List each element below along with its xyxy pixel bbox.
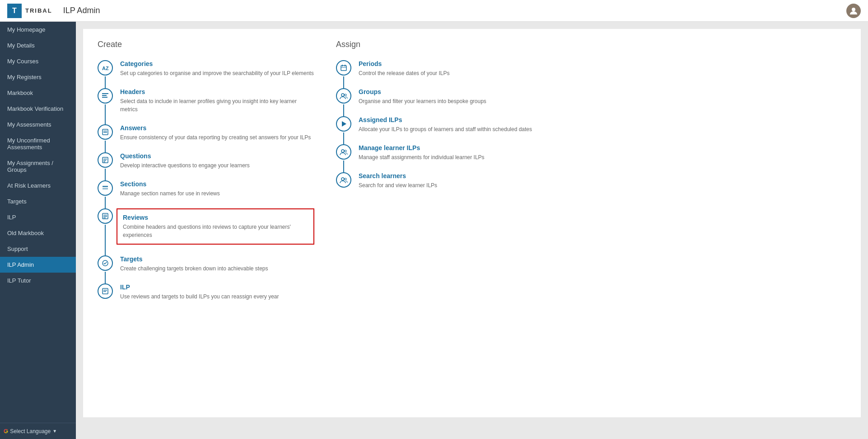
svg-point-25: [345, 94, 346, 96]
manage-learner-ilps-link[interactable]: Manage learner ILPs: [359, 144, 553, 151]
select-language-label: Select Language: [10, 428, 51, 434]
sidebar-item-at-risk-learners[interactable]: At Risk Learners: [0, 178, 76, 194]
groups-desc: Organise and filter your learners into b…: [359, 97, 553, 105]
list-item: Answers Ensure consistency of your data …: [98, 124, 314, 142]
manage-learner-ilps-desc: Manage staff assignments for individual …: [359, 153, 553, 161]
svg-rect-2: [102, 93, 108, 94]
list-item: Manage learner ILPs Manage staff assignm…: [336, 144, 553, 161]
ilp-link[interactable]: ILP: [120, 283, 314, 291]
periods-content: Periods Control the release dates of you…: [359, 60, 553, 77]
search-learners-desc: Search for and view learner ILPs: [359, 181, 553, 189]
headers-desc: Select data to include in learner profil…: [120, 97, 314, 113]
sidebar-item-support[interactable]: Support: [0, 241, 76, 257]
search-learners-link[interactable]: Search learners: [359, 172, 553, 179]
sidebar-item-my-homepage[interactable]: My Homepage: [0, 22, 76, 38]
content-panel: Create AZ Categories Set up cate: [83, 29, 861, 417]
sidebar-item-ilp[interactable]: ILP: [0, 209, 76, 225]
questions-link[interactable]: Questions: [120, 152, 314, 160]
logo-letter: T: [12, 7, 17, 15]
ilp-content: ILP Use reviews and targets to build ILP…: [120, 283, 314, 301]
list-item: Assigned ILPs Allocate your ILPs to grou…: [336, 116, 553, 133]
targets-desc: Create challenging targets broken down i…: [120, 264, 314, 273]
list-item: Questions Develop interactive questions …: [98, 152, 314, 170]
svg-text:AZ: AZ: [102, 66, 109, 71]
page-title: ILP Admin: [63, 6, 100, 15]
svg-rect-14: [103, 216, 107, 217]
list-item: Periods Control the release dates of you…: [336, 60, 553, 77]
list-item: Reviews Combine headers and questions in…: [98, 208, 314, 245]
list-item: Sections Manage section names for use in…: [98, 180, 314, 198]
svg-point-28: [345, 150, 346, 152]
headers-link[interactable]: Headers: [120, 88, 314, 95]
svg-point-30: [345, 178, 346, 180]
sidebar-item-my-unconfirmed-assessments[interactable]: My Unconfirmed Assessments: [0, 132, 76, 155]
google-g-icon: G: [4, 428, 8, 434]
sections-icon: [98, 180, 113, 196]
ilp-desc: Use reviews and targets to build ILPs yo…: [120, 293, 314, 301]
search-learners-icon: [336, 172, 351, 188]
periods-desc: Control the release dates of your ILPs: [359, 69, 553, 77]
sidebar-item-my-details[interactable]: My Details: [0, 38, 76, 53]
assigned-ilps-icon: [336, 116, 351, 132]
sidebar-item-my-assessments[interactable]: My Assessments: [0, 117, 76, 132]
svg-rect-11: [103, 161, 105, 162]
sidebar-item-my-courses[interactable]: My Courses: [0, 53, 76, 69]
list-item: Targets Create challenging targets broke…: [98, 255, 314, 273]
svg-rect-9: [103, 159, 107, 160]
chevron-down-icon: ▼: [52, 429, 57, 434]
assigned-ilps-desc: Allocate your ILPs to groups of learners…: [359, 125, 553, 133]
avatar[interactable]: [846, 4, 861, 18]
svg-rect-13: [103, 215, 107, 216]
search-learners-content: Search learners Search for and view lear…: [359, 172, 553, 189]
assigned-ilps-link[interactable]: Assigned ILPs: [359, 116, 553, 123]
select-language-button[interactable]: G Select Language ▼: [4, 428, 72, 434]
targets-icon: [98, 255, 113, 271]
sidebar-item-my-assignments-groups[interactable]: My Assignments / Groups: [0, 155, 76, 178]
sidebar-item-targets[interactable]: Targets: [0, 194, 76, 209]
sections-content: Sections Manage section names for use in…: [120, 180, 314, 198]
headers-content: Headers Select data to include in learne…: [120, 88, 314, 113]
header: T TRIBAL ILP Admin: [0, 0, 868, 22]
svg-rect-4: [102, 97, 107, 98]
svg-point-27: [341, 150, 344, 152]
sidebar-item-markbook[interactable]: Markbook: [0, 85, 76, 101]
reviews-highlighted-box: Reviews Combine headers and questions in…: [117, 208, 314, 245]
sidebar-item-ilp-tutor[interactable]: ILP Tutor: [0, 273, 76, 288]
sections-desc: Manage section names for use in reviews: [120, 189, 314, 198]
svg-rect-6: [103, 131, 107, 132]
assigned-ilps-content: Assigned ILPs Allocate your ILPs to grou…: [359, 116, 553, 133]
groups-content: Groups Organise and filter your learners…: [359, 88, 553, 105]
periods-link[interactable]: Periods: [359, 60, 553, 67]
svg-point-29: [341, 178, 344, 180]
reviews-link[interactable]: Reviews: [123, 214, 308, 221]
svg-point-24: [341, 94, 344, 96]
sidebar-item-markbook-verification[interactable]: Markbook Verification: [0, 101, 76, 117]
reviews-icon: [98, 208, 113, 224]
assign-column: Assign: [336, 40, 553, 312]
targets-link[interactable]: Targets: [120, 255, 314, 263]
svg-marker-26: [342, 121, 346, 127]
list-item: AZ Categories Set up categories to organ…: [98, 60, 314, 77]
categories-link[interactable]: Categories: [120, 60, 314, 67]
sidebar-item-my-registers[interactable]: My Registers: [0, 69, 76, 85]
groups-link[interactable]: Groups: [359, 88, 553, 95]
answers-link[interactable]: Answers: [120, 124, 314, 132]
assign-timeline: Periods Control the release dates of you…: [336, 60, 553, 189]
sidebar-item-ilp-admin[interactable]: ILP Admin: [0, 257, 76, 273]
questions-icon: [98, 152, 113, 168]
sidebar-nav: My Homepage My Details My Courses My Reg…: [0, 22, 76, 423]
list-item: ILP Use reviews and targets to build ILP…: [98, 283, 314, 301]
manage-learner-ilps-icon: [336, 144, 351, 160]
categories-icon: AZ: [98, 60, 113, 76]
logo-box: T: [7, 4, 22, 18]
list-item: Groups Organise and filter your learners…: [336, 88, 553, 105]
sidebar-footer: G Select Language ▼: [0, 423, 76, 439]
sidebar: My Homepage My Details My Courses My Reg…: [0, 22, 76, 439]
svg-rect-19: [103, 291, 106, 292]
logo-name: TRIBAL: [25, 7, 52, 14]
targets-content: Targets Create challenging targets broke…: [120, 255, 314, 273]
sidebar-item-old-markbook[interactable]: Old Markbook: [0, 225, 76, 241]
sections-link[interactable]: Sections: [120, 180, 314, 188]
reviews-desc: Combine headers and questions into revie…: [123, 223, 308, 239]
answers-icon: [98, 124, 113, 140]
